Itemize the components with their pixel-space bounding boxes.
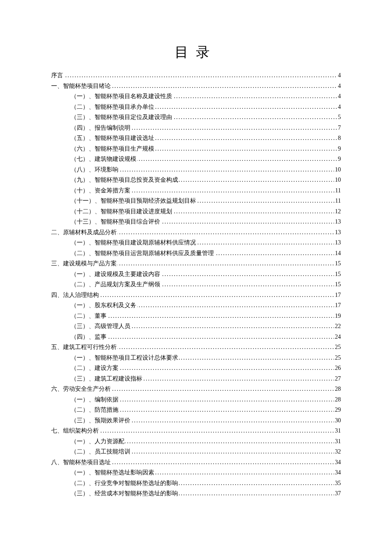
toc-entry-page: 32 (334, 447, 341, 457)
toc-entry: ........................................… (51, 123, 341, 134)
toc-entry-label: 序言 (51, 70, 64, 81)
toc-entry-label: （二）、建设方案 (71, 363, 119, 374)
toc-entry-label: （五）、智能杯垫项目建设选址 (71, 133, 155, 144)
toc-entry-page: 9 (337, 144, 341, 154)
toc-entry-label: （二）、员工技能培训 (71, 447, 131, 457)
toc-entry: ........................................… (51, 468, 341, 478)
toc-entry-label: 四、法人治理结构 (51, 290, 100, 301)
toc-entry: ........................................… (51, 81, 341, 92)
toc-entry: ........................................… (51, 102, 341, 113)
table-of-contents: ........................................… (51, 70, 341, 499)
toc-entry-label: （一）、智能杯垫项目名称及建设性质 (71, 91, 173, 102)
toc-entry-page: 35 (334, 478, 341, 489)
toc-entry: ........................................… (51, 300, 341, 311)
toc-entry-label: （一）、智能杯垫选址影响因素 (71, 468, 155, 478)
toc-entry-label: （七）、建筑物建设规模 (71, 154, 137, 165)
toc-entry-label: （二）、行业竞争对智能杯垫选址的影响 (71, 478, 179, 489)
toc-entry-page: 24 (334, 332, 341, 343)
toc-entry-page: 11 (334, 186, 341, 196)
toc-entry-label: （四）、监事 (71, 332, 107, 343)
toc-entry: ........................................… (51, 186, 341, 196)
toc-leader-dots: ........................................… (71, 332, 341, 343)
toc-entry-page: 37 (334, 488, 341, 499)
toc-entry-label: 六、劳动安全生产分析 (51, 384, 112, 395)
toc-entry: ........................................… (51, 206, 341, 217)
toc-entry-page: 12 (334, 206, 341, 217)
toc-entry-label: （三）、经营成本对智能杯垫选址的影响 (71, 488, 179, 499)
document-page: 目录 .....................................… (0, 0, 392, 525)
toc-entry: ........................................… (51, 165, 341, 175)
toc-entry: ........................................… (51, 416, 341, 426)
toc-entry: ........................................… (51, 311, 341, 322)
toc-entry-page: 7 (337, 123, 341, 134)
toc-entry: ........................................… (51, 248, 341, 259)
toc-entry-label: （二）、防范措施 (71, 405, 119, 416)
toc-entry-page: 25 (334, 342, 341, 353)
toc-entry-label: （三）、预期效果评价 (71, 416, 131, 426)
toc-entry-page: 19 (334, 311, 341, 322)
toc-entry-label: 七、组织架构分析 (51, 426, 100, 436)
toc-entry-label: （九）、智能杯垫项目总投资及资金构成 (71, 175, 179, 186)
toc-entry-page: 15 (334, 279, 341, 290)
toc-entry-label: 一、智能杯垫项目绪论 (51, 81, 112, 92)
toc-entry: ........................................… (51, 478, 341, 489)
toc-entry-label: （四）、报告编制说明 (71, 123, 131, 134)
toc-entry-label: （一）、智能杯垫项目建设期原辅材料供应情况 (71, 238, 197, 248)
toc-entry: ........................................… (51, 238, 341, 248)
toc-entry-label: （三）、建筑工程建设指标 (71, 374, 143, 384)
toc-entry: ........................................… (51, 363, 341, 374)
toc-entry-label: （三）、智能杯垫项目定位及建设理由 (71, 112, 173, 123)
toc-entry: ........................................… (51, 175, 341, 186)
toc-entry-page: 10 (334, 175, 341, 186)
toc-entry-page: 26 (334, 363, 341, 374)
toc-entry-label: 三、建设规模与产品方案 (51, 259, 118, 269)
toc-entry-page: 28 (334, 395, 341, 405)
toc-entry-label: 八、智能杯垫项目选址 (51, 457, 112, 468)
toc-entry-label: 二、原辅材料及成品分析 (51, 227, 118, 238)
toc-entry: ........................................… (51, 436, 341, 447)
toc-entry: ........................................… (51, 290, 341, 301)
toc-entry: ........................................… (51, 144, 341, 154)
toc-entry-page: 34 (334, 457, 341, 468)
toc-entry-label: （一）、编制依据 (71, 395, 119, 405)
toc-entry: ........................................… (51, 133, 341, 144)
toc-entry-page: 14 (334, 248, 341, 259)
toc-entry-page: 30 (334, 416, 341, 426)
toc-entry-label: （三）、高级管理人员 (71, 321, 131, 332)
toc-entry-page: 9 (337, 154, 341, 165)
toc-entry: ........................................… (51, 332, 341, 343)
toc-entry-label: 五、建筑工程可行性分析 (51, 342, 118, 353)
toc-entry: ........................................… (51, 112, 341, 123)
toc-entry-page: 31 (334, 426, 341, 436)
toc-entry-label: （一）、建设规模及主要建设内容 (71, 269, 161, 280)
toc-entry-page: 4 (337, 102, 341, 113)
toc-entry-label: （十）、资金筹措方案 (71, 186, 131, 196)
toc-entry: ........................................… (51, 196, 341, 206)
toc-entry-page: 34 (334, 468, 341, 478)
toc-entry-page: 4 (337, 70, 341, 81)
toc-entry-label: （二）、智能杯垫项目运营期原辅材料供应及质量管理 (71, 248, 215, 259)
toc-leader-dots: ........................................… (51, 70, 341, 81)
toc-entry: ........................................… (51, 384, 341, 395)
toc-entry-page: 5 (337, 112, 341, 123)
toc-entry-page: 11 (334, 196, 341, 206)
toc-entry-page: 4 (337, 81, 341, 92)
toc-entry-label: （六）、智能杯垫项目生产规模 (71, 144, 155, 154)
toc-entry-page: 8 (337, 133, 341, 144)
toc-entry-page: 13 (334, 227, 341, 238)
toc-entry: ........................................… (51, 374, 341, 384)
toc-entry-label: （十一）、智能杯垫项目预期经济效益规划目标 (71, 196, 197, 206)
toc-entry: ........................................… (51, 457, 341, 468)
toc-entry: ........................................… (51, 269, 341, 280)
toc-entry-page: 13 (334, 217, 341, 227)
toc-entry-page: 17 (334, 290, 341, 301)
toc-entry: ........................................… (51, 279, 341, 290)
toc-entry-page: 15 (334, 269, 341, 280)
toc-entry-label: （二）、产品规划方案及生产纲领 (71, 279, 161, 290)
toc-entry-label: （一）、人力资源配 (71, 436, 125, 447)
toc-entry-label: （二）、智能杯垫项目承办单位 (71, 102, 155, 113)
toc-entry: ........................................… (51, 70, 341, 81)
toc-entry: ........................................… (51, 488, 341, 499)
toc-entry: ........................................… (51, 154, 341, 165)
toc-entry-label: （一）、智能杯垫项目工程设计总体要求 (71, 353, 179, 363)
